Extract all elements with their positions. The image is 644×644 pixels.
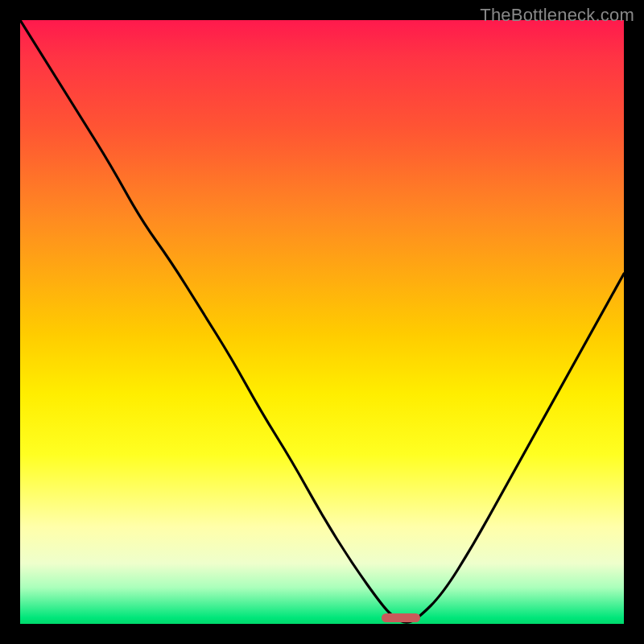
bottleneck-curve: [20, 20, 624, 624]
minimum-marker: [382, 613, 420, 622]
curve-path: [20, 20, 624, 622]
plot-area: [20, 20, 624, 624]
watermark-text: TheBottleneck.com: [480, 5, 634, 26]
chart-container: TheBottleneck.com: [0, 0, 644, 644]
